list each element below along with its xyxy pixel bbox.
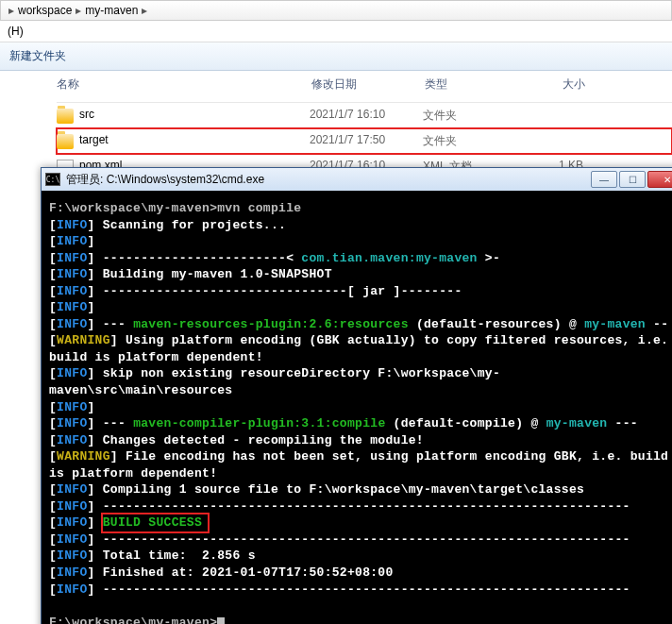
breadcrumb-seg[interactable]: workspace xyxy=(18,4,72,17)
chevron-right-icon: ▸ xyxy=(142,4,147,17)
folder-icon xyxy=(57,134,74,149)
toolbar: 新建文件夹 xyxy=(0,42,672,71)
col-size[interactable]: 大小 xyxy=(529,76,585,93)
col-type[interactable]: 类型 xyxy=(425,76,529,93)
file-name: src xyxy=(79,108,310,124)
window-title: 管理员: C:\Windows\system32\cmd.exe xyxy=(66,172,589,188)
maximize-button[interactable]: ☐ xyxy=(619,171,646,188)
file-date: 2021/1/7 17:50 xyxy=(310,133,423,149)
col-name[interactable]: 名称 xyxy=(57,76,311,93)
breadcrumb-seg[interactable]: my-maven xyxy=(85,4,138,17)
cmd-icon: C:\ xyxy=(45,173,60,186)
breadcrumb[interactable]: ▸ workspace ▸ my-maven ▸ xyxy=(0,0,672,21)
minimize-button[interactable]: — xyxy=(591,171,617,188)
new-folder-button[interactable]: 新建文件夹 xyxy=(9,49,66,62)
file-list: 名称 修改日期 类型 大小 src 2021/1/7 16:10 文件夹 tar… xyxy=(0,71,672,179)
file-size xyxy=(527,133,583,149)
close-button[interactable]: ✕ xyxy=(647,171,672,188)
file-row[interactable]: target 2021/1/7 17:50 文件夹 xyxy=(57,128,672,154)
cursor xyxy=(217,617,225,624)
chevron-right-icon: ▸ xyxy=(76,4,81,17)
file-type: 文件夹 xyxy=(423,108,527,124)
file-size xyxy=(527,108,583,124)
console-output[interactable]: F:\workspace\my-maven>mvn compile [INFO]… xyxy=(42,191,672,624)
file-date: 2021/1/7 16:10 xyxy=(310,108,423,124)
menu-item[interactable]: (H) xyxy=(8,25,24,38)
file-name: target xyxy=(79,133,310,149)
menubar: (H) xyxy=(0,21,672,42)
titlebar[interactable]: C:\ 管理员: C:\Windows\system32\cmd.exe — ☐… xyxy=(42,168,672,191)
column-headers[interactable]: 名称 修改日期 类型 大小 xyxy=(57,71,672,103)
build-success-highlight: BUILD SUCCESS xyxy=(103,514,208,531)
console-window: C:\ 管理员: C:\Windows\system32\cmd.exe — ☐… xyxy=(41,167,672,624)
folder-icon xyxy=(57,109,74,124)
col-date[interactable]: 修改日期 xyxy=(311,76,425,93)
file-row[interactable]: src 2021/1/7 16:10 文件夹 xyxy=(57,103,672,128)
chevron-right-icon: ▸ xyxy=(8,4,14,17)
file-type: 文件夹 xyxy=(423,133,527,149)
